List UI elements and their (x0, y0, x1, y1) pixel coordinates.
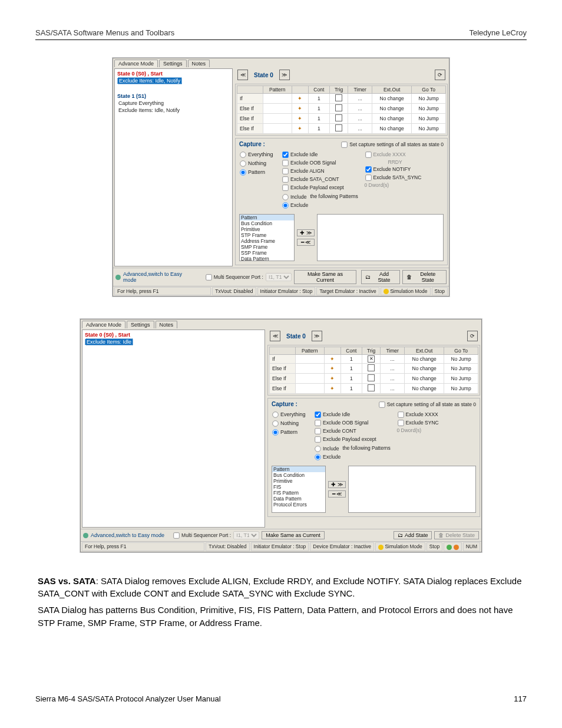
next-state-button[interactable]: ≫ (279, 70, 290, 80)
switch-to-easy-link[interactable]: Advanced,switch to Easy mode (91, 532, 164, 538)
exclude-xxxx-checkbox[interactable]: Exclude XXXX (397, 411, 477, 419)
state-tree[interactable]: State 0 (S0) , Start Exclude Items: Idle… (114, 68, 233, 266)
star-icon[interactable]: ✦ (296, 95, 303, 102)
add-pattern-button[interactable]: ✚ ≫ (328, 481, 346, 488)
list-item[interactable]: Bus Condition (272, 472, 325, 478)
list-item[interactable]: Pattern (272, 466, 325, 472)
list-item[interactable]: Primitive (240, 226, 294, 232)
tab-notes[interactable]: Notes (156, 321, 178, 328)
add-pattern-button[interactable]: ✚ ≫ (297, 229, 315, 236)
available-patterns-list[interactable]: Pattern Bus Condition Primitive STP Fram… (239, 214, 295, 261)
star-icon[interactable]: ✦ (296, 105, 303, 112)
capture-pattern-radio[interactable]: Pattern (272, 429, 310, 436)
star-icon[interactable]: ✦ (329, 385, 336, 392)
trig-checkbox[interactable] (368, 355, 375, 363)
dwords-field[interactable]: 0 Dword(s) (365, 182, 444, 188)
table-row[interactable]: Else If ✦ 1 ...No changeNo Jump (237, 104, 446, 114)
available-patterns-list[interactable]: Pattern Bus Condition Primitive FIS FIS … (272, 466, 326, 513)
exclude-align-checkbox[interactable]: Exclude ALIGN (282, 167, 361, 175)
capture-everything-radio[interactable]: Everything (272, 411, 310, 419)
selected-patterns-list[interactable] (317, 214, 444, 261)
delete-state-button[interactable]: 🗑Delete State (402, 270, 447, 284)
exclude-radio[interactable]: Exclude (314, 453, 394, 461)
exclude-sata-cont-checkbox[interactable]: Exclude SATA_CONT (282, 176, 361, 183)
state-0-label[interactable]: State 0 (S0) , Start (84, 331, 263, 338)
set-capture-all-checkbox[interactable]: Set capture settings of all states as st… (340, 141, 444, 149)
next-state-button[interactable]: ≫ (312, 331, 322, 341)
remove-pattern-button[interactable]: ━ ≪ (297, 239, 315, 246)
multi-sequencer-checkbox[interactable]: Multi Sequencer Port : (173, 532, 231, 539)
list-item[interactable]: Address Frame (240, 238, 294, 244)
state-1-label[interactable]: State 1 (S1) (116, 93, 231, 100)
remove-pattern-button[interactable]: ━ ≪ (328, 490, 346, 498)
switch-to-easy-link[interactable]: Advanced,switch to Easy mode (123, 271, 197, 283)
table-row[interactable]: If ✦ 1 ... No change No Jump (237, 94, 446, 104)
make-same-button[interactable]: Make Same as Current (262, 531, 325, 539)
star-icon[interactable]: ✦ (296, 125, 303, 132)
cycle-icon[interactable]: ⟳ (435, 70, 445, 80)
add-state-button[interactable]: 🗂Add State (394, 531, 432, 539)
exclude-radio[interactable]: Exclude (282, 202, 361, 209)
trig-checkbox[interactable] (335, 124, 342, 131)
tab-settings[interactable]: Settings (127, 321, 154, 328)
trig-checkbox[interactable] (335, 104, 342, 111)
tab-advance-mode[interactable]: Advance Mode (82, 321, 125, 328)
capture-everything-radio[interactable]: Everything (239, 151, 278, 159)
state-0-label[interactable]: State 0 (S0) , Start (116, 70, 231, 77)
list-item[interactable]: Primitive (272, 478, 325, 484)
port-select[interactable]: I1, T1 (233, 531, 259, 539)
trig-checkbox[interactable] (335, 94, 342, 101)
exclude-idle-checkbox[interactable]: Exclude Idle (282, 151, 361, 159)
exclude-sync-checkbox[interactable]: Exclude SYNC (397, 419, 477, 427)
capture-nothing-radio[interactable]: Nothing (272, 420, 310, 427)
trig-checkbox[interactable] (335, 114, 342, 121)
dwords-field[interactable]: 0 Dword(s) (397, 427, 477, 433)
trig-checkbox[interactable] (368, 384, 375, 391)
list-item[interactable]: Pattern (240, 215, 294, 220)
exclude-sata-sync-checkbox[interactable]: Exclude SATA_SYNC (365, 174, 444, 182)
exclude-oob-checkbox[interactable]: Exclude OOB Signal (282, 159, 361, 167)
table-row[interactable]: If ✦ 1 ...No changeNo Jump (270, 355, 478, 364)
exclude-items-row[interactable]: Exclude Items: Idle, Notify (116, 77, 231, 84)
trig-checkbox[interactable] (368, 364, 375, 371)
exclude-xxxx-checkbox[interactable]: Exclude XXXX (365, 151, 444, 159)
exclude-idle-checkbox[interactable]: Exclude Idle (314, 411, 394, 419)
exclude-payload-checkbox[interactable]: Exclude Payload except (314, 436, 394, 443)
list-item[interactable]: Protocol Errors (272, 502, 325, 508)
exclude-items-row[interactable]: Exclude Items: Idle (84, 338, 263, 345)
exclude-notify-checkbox[interactable]: Exclude NOTIFY (365, 166, 444, 173)
prev-state-button[interactable]: ≪ (270, 331, 280, 341)
tab-notes[interactable]: Notes (188, 60, 210, 67)
port-select[interactable]: I1, T1 (266, 273, 292, 281)
capture-pattern-radio[interactable]: Pattern (239, 169, 278, 176)
capture-everything-row[interactable]: Capture Everything (117, 100, 231, 107)
list-item[interactable]: Data Pattern (240, 256, 294, 261)
make-same-button[interactable]: Make Same as Current (294, 270, 356, 284)
trig-checkbox[interactable] (368, 374, 375, 381)
delete-state-button[interactable]: 🗑Delete State (434, 531, 479, 539)
add-state-button[interactable]: 🗂Add State (361, 270, 399, 284)
multi-sequencer-checkbox[interactable]: Multi Sequencer Port : (205, 274, 263, 281)
table-row[interactable]: Else If ✦ 1 ...No changeNo Jump (270, 364, 478, 374)
table-row[interactable]: Else If ✦ 1 ...No changeNo Jump (270, 374, 478, 384)
exclude-oob-checkbox[interactable]: Exclude OOB Signal (314, 419, 394, 427)
list-item[interactable]: SMP Frame (240, 244, 294, 250)
star-icon[interactable]: ✦ (296, 115, 303, 122)
capture-nothing-radio[interactable]: Nothing (239, 160, 278, 167)
exclude-payload-checkbox[interactable]: Exclude Payload except (282, 184, 361, 192)
tab-advance-mode[interactable]: Advance Mode (114, 60, 158, 67)
list-item[interactable]: Data Pattern (272, 496, 325, 502)
table-row[interactable]: Else If ✦ 1 ...No changeNo Jump (237, 124, 446, 134)
tab-settings[interactable]: Settings (159, 60, 187, 67)
star-icon[interactable]: ✦ (329, 365, 336, 372)
include-radio[interactable]: Include (282, 193, 306, 201)
state-tree[interactable]: State 0 (S0) , Start Exclude Items: Idle (82, 330, 265, 528)
list-item[interactable]: SSP Frame (240, 250, 294, 256)
list-item[interactable]: FIS (272, 484, 325, 490)
prev-state-button[interactable]: ≪ (237, 70, 248, 80)
include-radio[interactable]: Include (314, 445, 339, 453)
selected-patterns-list[interactable] (348, 466, 476, 513)
exclude-items-row-2[interactable]: Exclude Items: Idle, Notify (117, 107, 231, 114)
list-item[interactable]: Bus Condition (240, 220, 294, 226)
star-icon[interactable]: ✦ (329, 355, 336, 363)
